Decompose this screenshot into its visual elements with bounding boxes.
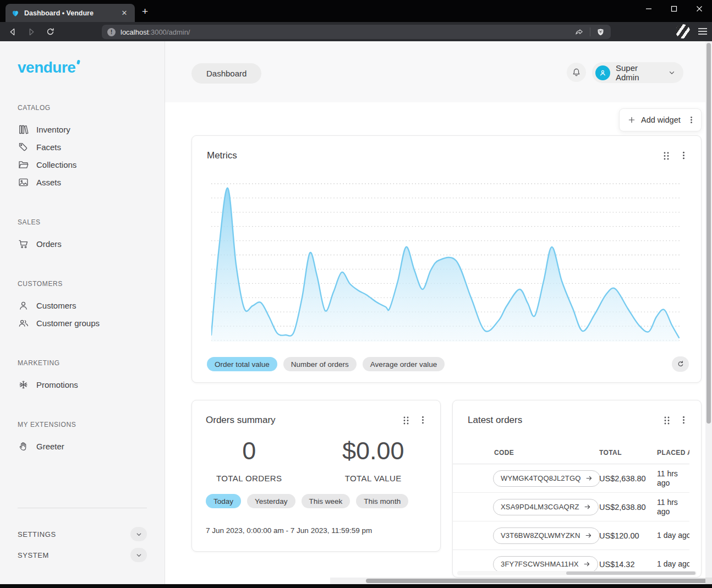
vscroll-thumb[interactable] <box>706 43 711 424</box>
chevron-down-icon <box>668 69 676 76</box>
sidebar-item-settings[interactable]: SETTINGS <box>18 527 147 541</box>
table-header-row: CODE TOTAL PLACED AT <box>453 443 689 464</box>
order-code-link[interactable]: WYMGK4TQQ8JL2TGQ <box>493 470 600 487</box>
order-code: 3FY7FSCWSHMA11HX <box>501 560 579 568</box>
chevron-down-icon[interactable] <box>130 527 147 541</box>
window-close-button[interactable] <box>687 0 712 18</box>
chevron-down-icon[interactable] <box>130 548 147 562</box>
sidebar-item-customers[interactable]: Customers <box>18 296 147 314</box>
toolbar-separator <box>590 28 590 36</box>
profile-avatar[interactable] <box>676 24 690 39</box>
sidebar-item-orders[interactable]: Orders <box>18 235 147 252</box>
user-menu[interactable]: Super Admin <box>592 62 683 83</box>
table-horizontal-scrollbar[interactable] <box>457 571 697 575</box>
main-horizontal-scrollbar[interactable] <box>330 578 705 584</box>
table-row: WYMGK4TQQ8JL2TGQ US$2,638.80 11 hrs ago <box>453 464 689 493</box>
browser-window: Dashboard • Vendure ✕ + ! local <box>0 0 712 588</box>
tab-order-total-value[interactable]: Order total value <box>207 357 277 371</box>
order-code-link[interactable]: 3FY7FSCWSHMA11HX <box>493 556 598 573</box>
browser-tabbar: Dashboard • Vendure ✕ + <box>0 0 712 22</box>
widget-menu-icon[interactable] <box>419 415 427 425</box>
order-code: V3T6BW8ZQLWMYZKN <box>501 531 580 540</box>
sidebar-item-assets[interactable]: Assets <box>18 173 147 191</box>
nav-heading-marketing: MARKETING <box>18 359 147 367</box>
system-label: SYSTEM <box>18 551 49 559</box>
bell-icon <box>571 67 582 78</box>
sidebar-item-inventory[interactable]: Inventory <box>18 120 147 138</box>
page-header: Dashboard Super Admin <box>165 41 705 102</box>
share-icon[interactable] <box>574 27 584 37</box>
sidebar-item-label: Facets <box>36 142 61 152</box>
back-button[interactable] <box>4 24 21 40</box>
total-value-stat: $0.00 TOTAL VALUE <box>306 437 440 483</box>
range-this-month[interactable]: This month <box>356 494 408 508</box>
new-tab-button[interactable]: + <box>142 7 148 17</box>
sidebar-item-greeter[interactable]: Greeter <box>18 437 147 455</box>
nav-section-marketing: MARKETING Promotions <box>18 359 147 393</box>
arrow-right-icon <box>585 475 593 482</box>
inventory-icon <box>18 124 29 135</box>
widget-menu-icon[interactable] <box>680 151 688 160</box>
tab-average-order-value[interactable]: Average order value <box>363 357 445 371</box>
user-icon <box>18 300 29 311</box>
window-maximize-button[interactable] <box>661 0 687 18</box>
brave-shield-icon[interactable] <box>596 28 605 37</box>
refresh-button[interactable] <box>672 356 689 372</box>
window-minimize-button[interactable] <box>636 0 661 18</box>
breadcrumb[interactable]: Dashboard <box>191 63 261 84</box>
add-widget-button[interactable]: Add widget <box>619 108 702 131</box>
user-name: Super Admin <box>616 63 662 82</box>
drag-handle-icon[interactable] <box>402 416 410 425</box>
cart-icon <box>18 238 29 250</box>
range-today[interactable]: Today <box>206 494 241 508</box>
sidebar-item-label: Assets <box>36 178 61 187</box>
order-code: XSA9PD4LM3CGAQRZ <box>501 503 579 511</box>
drag-handle-icon[interactable] <box>663 416 671 425</box>
arrow-right-icon <box>583 560 590 568</box>
column-header-placed-at: PLACED AT <box>657 449 689 457</box>
widget-menu-icon[interactable] <box>680 415 688 425</box>
tab-number-of-orders[interactable]: Number of orders <box>283 357 357 371</box>
sidebar-item-customer-groups[interactable]: Customer groups <box>18 314 147 332</box>
reload-button[interactable] <box>42 24 58 40</box>
range-this-week[interactable]: This week <box>302 494 350 508</box>
sidebar: vendure CATALOG Inventory Facets Collect… <box>0 41 165 584</box>
total-orders-value: 0 <box>192 437 306 465</box>
nav-heading-sales: SALES <box>18 218 147 226</box>
sidebar-item-facets[interactable]: Facets <box>18 138 147 156</box>
drag-handle-icon[interactable] <box>662 151 670 161</box>
notifications-button[interactable] <box>567 63 586 82</box>
sidebar-item-promotions[interactable]: Promotions <box>18 376 147 393</box>
column-header-code: CODE <box>494 449 514 457</box>
forward-button[interactable] <box>23 24 40 40</box>
arrow-right-icon <box>584 503 591 510</box>
browser-tab[interactable]: Dashboard • Vendure ✕ <box>6 4 135 22</box>
menu-icon[interactable] <box>698 27 708 36</box>
sidebar-item-system[interactable]: SYSTEM <box>18 548 147 562</box>
nav-section-sales: SALES Orders <box>18 218 147 252</box>
tab-close-icon[interactable]: ✕ <box>119 8 129 18</box>
page-vertical-scrollbar[interactable] <box>705 41 712 584</box>
asterisk-icon <box>18 379 29 391</box>
table-row: XSA9PD4LM3CGAQRZ US$2,638.80 11 hrs ago <box>453 493 689 521</box>
address-bar[interactable]: ! localhost:3000/admin/ <box>102 25 611 39</box>
summary-range-tabs: Today Yesterday This week This month <box>206 494 408 508</box>
metrics-series-tabs: Order total value Number of orders Avera… <box>207 357 445 371</box>
site-info-icon[interactable]: ! <box>107 28 116 36</box>
sidebar-item-label: Customers <box>36 301 76 310</box>
metrics-title: Metrics <box>207 150 237 161</box>
order-code-link[interactable]: V3T6BW8ZQLWMYZKN <box>493 527 600 544</box>
total-orders-label: TOTAL ORDERS <box>192 474 306 483</box>
settings-label: SETTINGS <box>18 530 56 538</box>
hscroll-thumb[interactable] <box>366 579 712 583</box>
add-widget-menu-icon[interactable] <box>687 116 695 124</box>
order-placed-at: 1 day ago <box>657 521 689 549</box>
order-code-link[interactable]: XSA9PD4LM3CGAQRZ <box>493 499 599 515</box>
summary-period: 7 Jun 2023, 0:00:00 am - 7 Jun 2023, 11:… <box>206 526 372 535</box>
orders-summary-title: Orders summary <box>206 415 276 426</box>
sidebar-item-collections[interactable]: Collections <box>18 156 147 173</box>
range-yesterday[interactable]: Yesterday <box>247 494 295 508</box>
total-orders-stat: 0 TOTAL ORDERS <box>192 437 306 483</box>
nav-section-my-extensions: MY EXTENSIONS Greeter <box>18 421 147 455</box>
sidebar-item-label: Promotions <box>36 380 78 389</box>
